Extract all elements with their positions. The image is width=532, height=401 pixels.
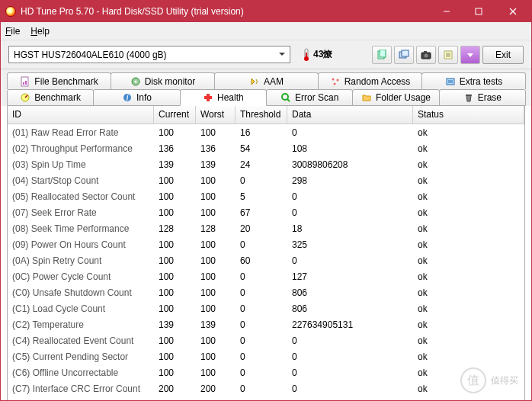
- tab-label: AAM: [264, 76, 284, 87]
- cell: 200: [196, 380, 236, 397]
- tab-extra-tests[interactable]: Extra tests: [421, 72, 526, 89]
- close-button[interactable]: [495, 0, 531, 22]
- cell: 0: [236, 316, 287, 333]
- table-row[interactable]: (0A) Spin Retry Count100100600ok: [8, 252, 524, 268]
- tab-aam[interactable]: AAM: [214, 72, 319, 89]
- table-row[interactable]: (0C) Power Cycle Count1001000127ok: [8, 268, 524, 284]
- col-status[interactable]: Status: [413, 106, 524, 124]
- cell: 100: [196, 124, 236, 141]
- cell: 0: [236, 172, 287, 189]
- cell: 0: [287, 332, 413, 349]
- tab-erase[interactable]: Erase: [439, 89, 526, 106]
- cell: 227634905131: [287, 316, 413, 333]
- table-row[interactable]: (05) Reallocated Sector Count10010050ok: [8, 188, 524, 204]
- menu-help[interactable]: Help: [30, 26, 50, 37]
- cell: ok: [413, 284, 524, 301]
- cell: 100: [196, 204, 236, 221]
- table-row[interactable]: (C4) Reallocated Event Count10010000ok: [8, 332, 524, 348]
- drive-select[interactable]: HGST HUS726040ALE610 (4000 gB): [8, 46, 290, 63]
- cell: 100: [154, 268, 196, 285]
- copy-info-button[interactable]: [372, 46, 392, 64]
- table-row[interactable]: (08) Seek Time Performance1281282018ok: [8, 220, 524, 236]
- cell: 0: [236, 332, 287, 349]
- cell: 128: [196, 220, 236, 237]
- tab-folder-usage[interactable]: Folder Usage: [352, 89, 439, 106]
- tabs-container: File BenchmarkDisk monitorAAMRandom Acce…: [1, 69, 531, 106]
- col-id[interactable]: ID: [8, 106, 154, 124]
- cell: 100: [154, 124, 196, 141]
- table-row[interactable]: (09) Power On Hours Count1001000325ok: [8, 236, 524, 252]
- cell: (C2) Temperature: [8, 316, 154, 333]
- file-benchmark-icon: [20, 76, 30, 87]
- cell: ok: [413, 236, 524, 253]
- table-row[interactable]: (02) Throughput Performance13613654108ok: [8, 140, 524, 156]
- cell: (01) Raw Read Error Rate: [8, 124, 154, 141]
- tab-health[interactable]: Health: [180, 89, 267, 106]
- table-row[interactable]: (C1) Load Cycle Count1001000806ok: [8, 300, 524, 316]
- cell: 136: [154, 140, 196, 157]
- table-row[interactable]: (C0) Unsafe Shutdown Count1001000806ok: [8, 284, 524, 300]
- tab-label: Extra tests: [460, 76, 503, 87]
- tab-label: Info: [136, 92, 152, 103]
- minimize-button[interactable]: [431, 0, 463, 22]
- tab-file-benchmark[interactable]: File Benchmark: [7, 72, 111, 89]
- cell: 100: [154, 204, 196, 221]
- col-worst[interactable]: Worst: [196, 106, 236, 124]
- col-threshold[interactable]: Threshold: [236, 106, 287, 124]
- tab-error-scan[interactable]: Error Scan: [266, 89, 353, 106]
- table-row[interactable]: (07) Seek Error Rate100100670ok: [8, 204, 524, 220]
- cell: 0: [287, 348, 413, 365]
- table-row[interactable]: (C2) Temperature1391390227634905131ok: [8, 316, 524, 332]
- tab-random-access[interactable]: Random Access: [318, 72, 422, 89]
- table-row[interactable]: (C6) Offline Uncorrectable10010000ok: [8, 364, 524, 380]
- options-button[interactable]: [438, 46, 458, 64]
- cell: 0: [236, 284, 287, 301]
- cell: 0: [236, 236, 287, 253]
- table-row[interactable]: (C5) Current Pending Sector10010000ok: [8, 348, 524, 364]
- cell: ok: [413, 316, 524, 333]
- cell: 100: [196, 172, 236, 189]
- tab-disk-monitor[interactable]: Disk monitor: [111, 72, 215, 89]
- col-current[interactable]: Current: [154, 106, 196, 124]
- cell: 100: [154, 284, 196, 301]
- cell: 60: [236, 252, 287, 269]
- cell: 100: [154, 348, 196, 365]
- table-body[interactable]: (01) Raw Read Error Rate100100160ok(02) …: [8, 124, 524, 401]
- menu-bar: File Help: [1, 22, 531, 40]
- menu-file[interactable]: File: [5, 26, 20, 37]
- svg-point-12: [425, 53, 428, 57]
- cell: ok: [413, 188, 524, 205]
- copy-screenshot-button[interactable]: [394, 46, 414, 64]
- cell: ok: [413, 348, 524, 365]
- cell: 0: [287, 204, 413, 221]
- smart-table: ID Current Worst Threshold Data Status (…: [7, 106, 525, 401]
- svg-rect-20: [25, 81, 27, 85]
- tab-label: Health: [217, 92, 244, 103]
- cell: (C0) Unsafe Shutdown Count: [8, 284, 154, 301]
- cell: 24: [236, 156, 287, 173]
- cell: 100: [196, 268, 236, 285]
- tab-info[interactable]: iInfo: [93, 89, 180, 106]
- maximize-button[interactable]: [463, 0, 495, 22]
- table-row[interactable]: (04) Start/Stop Count1001000298ok: [8, 172, 524, 188]
- extra-tests-icon: [445, 76, 456, 87]
- cell: 0: [236, 348, 287, 365]
- table-row[interactable]: (03) Spin Up Time1391392430089806208ok: [8, 156, 524, 172]
- cell: 100: [154, 364, 196, 381]
- info-icon: i: [122, 92, 133, 103]
- disk-monitor-icon: [130, 76, 141, 87]
- drive-select-value: HGST HUS726040ALE610 (4000 gB): [14, 50, 167, 60]
- table-row[interactable]: (01) Raw Read Error Rate100100160ok: [8, 124, 524, 140]
- svg-point-23: [332, 78, 334, 80]
- cell: 139: [154, 316, 196, 333]
- minimize-tray-button[interactable]: [460, 46, 480, 64]
- col-data[interactable]: Data: [287, 106, 413, 124]
- cell: (C4) Reallocated Event Count: [8, 332, 154, 349]
- cell: (07) Seek Error Rate: [8, 204, 154, 221]
- aam-icon: [249, 76, 260, 87]
- save-screenshot-button[interactable]: [416, 46, 436, 64]
- exit-button[interactable]: Exit: [482, 46, 524, 64]
- table-row[interactable]: (C7) Interface CRC Error Count20020000ok: [8, 380, 524, 396]
- tab-benchmark[interactable]: Benchmark: [7, 89, 94, 106]
- svg-rect-13: [424, 51, 427, 53]
